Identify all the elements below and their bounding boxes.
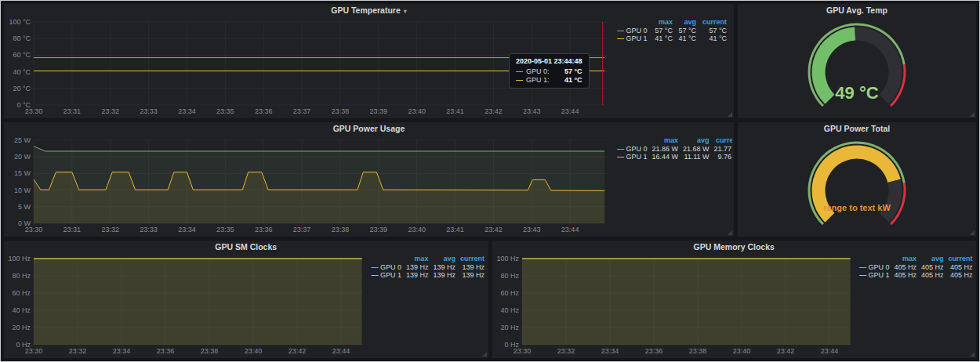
panel-title-gpu-power-total[interactable]: GPU Power Total xyxy=(738,122,976,136)
y-axis-label: 80 Hz xyxy=(500,272,519,280)
panel-gpu-temperature: GPU Temperature▾ 23:3023:3123:3223:3323:… xyxy=(3,3,735,119)
legend-row: — GPU 057 °C57 °C57 °C xyxy=(615,27,729,34)
legend-header[interactable]: avg xyxy=(919,255,946,263)
panel-resize-handle[interactable] xyxy=(482,352,487,357)
legend-current-value: 57 °C xyxy=(699,27,729,34)
legend-avg-value: 405 Hz xyxy=(919,263,946,271)
series-dash-icon: — xyxy=(516,76,523,84)
gauge-svg xyxy=(739,136,975,236)
x-axis-label: 23:31 xyxy=(64,107,82,115)
panel-title-gpu-avg-temp[interactable]: GPU Avg. Temp xyxy=(738,4,976,17)
panel-resize-handle[interactable] xyxy=(970,112,975,117)
x-axis-label: 23:32 xyxy=(69,347,87,355)
panel-resize-handle[interactable] xyxy=(728,112,732,117)
tooltip-series-label: GPU 0: xyxy=(526,67,550,75)
y-axis-label: 60 Hz xyxy=(12,289,31,297)
legend-header[interactable]: avg xyxy=(681,136,712,145)
panel-resize-handle[interactable] xyxy=(970,230,975,235)
x-axis-label: 23:44 xyxy=(820,347,838,355)
gpu-memory-clocks-chart[interactable]: 23:3023:3223:3423:3623:3823:4023:4223:44… xyxy=(494,254,858,357)
dashboard-row-2: GPU Power Usage 23:3023:3123:3223:3323:3… xyxy=(3,121,977,237)
gpu-temperature-legend: maxavgcurrent— GPU 057 °C57 °C57 °C— GPU… xyxy=(615,17,732,117)
x-axis-label: 23:42 xyxy=(485,107,503,115)
legend-series-name[interactable]: — GPU 0 xyxy=(857,263,892,271)
graph-tooltip: 2020-05-01 23:44:48 — GPU 0: 57 °C — GPU… xyxy=(509,53,590,89)
legend-header[interactable]: current xyxy=(458,255,486,263)
y-axis-label: 100 °C xyxy=(9,18,31,26)
panel-title-gpu-power-usage[interactable]: GPU Power Usage xyxy=(4,122,734,136)
gpu-temperature-chart[interactable]: 23:3023:3123:3223:3323:3423:3523:3623:37… xyxy=(5,17,615,117)
x-axis-label: 23:42 xyxy=(776,347,794,355)
x-axis-label: 23:32 xyxy=(101,226,119,233)
legend-avg-value: 139 Hz xyxy=(431,263,459,271)
panel-title-text: GPU Avg. Temp xyxy=(826,5,887,15)
legend-max-value: 41 °C xyxy=(652,34,675,42)
panel-resize-handle[interactable] xyxy=(728,230,732,235)
legend-avg-value: 11.11 W xyxy=(681,153,712,161)
panel-gpu-avg-temp: GPU Avg. Temp 49 °C xyxy=(737,3,977,119)
y-axis-label: 80 °C xyxy=(13,34,31,42)
x-axis-label: 23:38 xyxy=(332,226,350,233)
legend-max-value: 57 °C xyxy=(652,27,675,34)
panel-title-text: GPU Temperature xyxy=(331,5,401,15)
x-axis-label: 23:40 xyxy=(408,226,426,233)
legend-header[interactable]: current xyxy=(712,136,732,145)
legend-header[interactable]: avg xyxy=(675,18,699,27)
gpu-avg-temp-gauge: 49 °C xyxy=(739,17,975,117)
panel-title-gpu-temperature[interactable]: GPU Temperature▾ xyxy=(4,4,734,17)
legend-table: maxavgcurrent— GPU 021.86 W21.68 W21.77 … xyxy=(615,136,732,161)
x-axis-label: 23:44 xyxy=(561,107,579,115)
legend-series-name[interactable]: — GPU 1 xyxy=(615,153,650,161)
panel-title-text: GPU Power Usage xyxy=(333,124,405,133)
x-axis-label: 23:35 xyxy=(216,226,234,233)
legend-header[interactable]: max xyxy=(652,18,675,27)
legend-series-name[interactable]: — GPU 0 xyxy=(615,145,650,153)
legend-row: — GPU 141 °C41 °C41 °C xyxy=(615,34,729,42)
panel-title-text: GPU Memory Clocks xyxy=(694,242,775,252)
panel-title-gpu-sm-clocks[interactable]: GPU SM Clocks xyxy=(4,241,488,254)
gauge-value: range to text kW xyxy=(739,203,975,212)
gpu-sm-clocks-chart[interactable]: 23:3023:3223:3423:3623:3823:4023:4223:44… xyxy=(5,254,369,357)
legend-series-name[interactable]: — GPU 1 xyxy=(857,271,892,279)
legend-header[interactable]: max xyxy=(892,255,920,263)
y-axis-label: 20 Hz xyxy=(12,324,31,331)
x-axis-label: 23:34 xyxy=(113,347,131,355)
legend-series-name[interactable]: — GPU 0 xyxy=(369,263,405,271)
x-axis-label: 23:44 xyxy=(332,347,350,355)
legend-header[interactable]: max xyxy=(650,136,681,145)
x-axis-label: 23:40 xyxy=(408,107,426,115)
panel-title-gpu-memory-clocks[interactable]: GPU Memory Clocks xyxy=(492,241,977,254)
x-axis-label: 23:36 xyxy=(255,107,273,115)
gpu-memory-clocks-legend: maxavgcurrent— GPU 0405 Hz405 Hz405 Hz— … xyxy=(857,254,975,357)
panel-menu-caret-icon[interactable]: ▾ xyxy=(404,8,407,15)
y-axis-label: 100 Hz xyxy=(8,255,31,262)
legend-header[interactable]: avg xyxy=(431,255,459,263)
panel-gpu-power-usage: GPU Power Usage 23:3023:3123:3223:3323:3… xyxy=(3,121,735,237)
gauge-value: 49 °C xyxy=(739,83,975,103)
legend-series-name[interactable]: — GPU 1 xyxy=(615,34,652,42)
legend-max-value: 16.44 W xyxy=(650,153,681,161)
y-axis-label: 80 Hz xyxy=(12,272,31,280)
panel-body: range to text kW xyxy=(738,136,976,237)
x-axis-label: 23:38 xyxy=(688,347,706,355)
y-axis-label: 60 Hz xyxy=(500,289,519,297)
legend-series-name[interactable]: — GPU 0 xyxy=(615,27,652,34)
y-axis-label: 40 Hz xyxy=(500,306,519,314)
legend-header[interactable]: current xyxy=(946,255,975,263)
legend-header[interactable]: max xyxy=(404,255,431,263)
gpu-power-usage-chart[interactable]: 23:3023:3123:3223:3323:3423:3523:3623:37… xyxy=(5,136,615,235)
y-axis-label: 15 W xyxy=(14,169,31,177)
tooltip-timestamp: 2020-05-01 23:44:48 xyxy=(516,57,583,65)
gpu-sm-clocks-legend: maxavgcurrent— GPU 0139 Hz139 Hz139 Hz— … xyxy=(369,254,487,357)
y-axis-label: 0 W xyxy=(18,219,31,227)
y-axis-label: 5 W xyxy=(18,203,31,211)
legend-series-name[interactable]: — GPU 1 xyxy=(369,271,405,279)
legend-header[interactable]: current xyxy=(699,18,729,27)
panel-body: 49 °C xyxy=(738,17,976,118)
x-axis-label: 23:40 xyxy=(732,347,750,355)
legend-current-value: 21.77 W xyxy=(712,145,732,153)
chart-svg: 23:3023:3123:3223:3323:3423:3523:3623:37… xyxy=(5,136,615,235)
legend-current-value: 139 Hz xyxy=(458,271,486,279)
tooltip-row: — GPU 0: 57 °C xyxy=(516,67,583,75)
panel-resize-handle[interactable] xyxy=(970,352,975,357)
